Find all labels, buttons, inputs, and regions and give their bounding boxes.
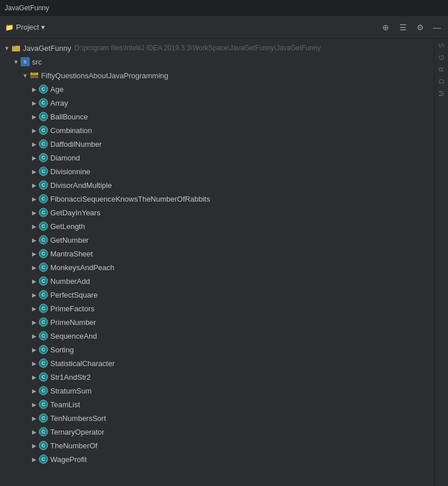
class-label: PerfectSquare xyxy=(50,291,98,299)
tree-item-class[interactable]: C StratumSum xyxy=(0,384,434,397)
tree-item-class[interactable]: C DivisorAndMultiple xyxy=(0,178,434,192)
tree-item-class[interactable]: C Combination xyxy=(0,123,434,137)
class-label: SequenceAnd xyxy=(50,332,97,340)
arrow-class xyxy=(30,249,39,258)
arrow-class xyxy=(30,400,39,409)
class-label: DaffodilNumber xyxy=(50,140,102,148)
arrow-class xyxy=(30,98,39,107)
class-label: PrimeFactors xyxy=(50,304,94,313)
arrow-class xyxy=(30,331,39,340)
toolbar: 📁 Project ▾ ⊕ ☰ ⚙ — xyxy=(0,16,448,39)
java-class-icon: C xyxy=(39,427,48,436)
toolbar-actions: ⊕ ☰ ⚙ — xyxy=(379,21,443,34)
tree-item-class[interactable]: C Diamond xyxy=(0,151,434,164)
tree-item-class[interactable]: C DaffodilNumber xyxy=(0,137,434,151)
java-class-icon: C xyxy=(39,386,48,395)
tree-item-class[interactable]: C GetNumber xyxy=(0,233,434,247)
tree-item-class[interactable]: C TernaryOperator xyxy=(0,425,434,439)
tree-item-root[interactable]: JavaGetFunny D:\program files\IntelliJ I… xyxy=(0,41,434,55)
tree-item-class[interactable]: C PrimeNumber xyxy=(0,315,434,329)
right-panel-d: D xyxy=(438,79,446,84)
java-class-icon: C xyxy=(39,180,48,190)
arrow-src xyxy=(11,57,21,66)
src-icon: S xyxy=(21,57,30,66)
project-panel[interactable]: JavaGetFunny D:\program files\IntelliJ I… xyxy=(0,39,434,486)
lines-button[interactable]: ☰ xyxy=(397,21,409,34)
java-class-icon: C xyxy=(39,139,48,148)
arrow-class xyxy=(30,235,39,244)
class-label: Sorting xyxy=(50,346,74,354)
tree-item-class[interactable]: C StatisticalCharacter xyxy=(0,356,434,370)
java-class-icon: C xyxy=(39,441,48,450)
package-label: FiftyQuestionsAboutJavaProgramming xyxy=(41,71,169,80)
arrow-class xyxy=(30,372,39,381)
app-title: JavaGetFunny xyxy=(5,4,49,12)
project-label-container[interactable]: 📁 Project ▾ xyxy=(5,23,45,32)
arrow-class xyxy=(30,318,39,327)
arrow-class xyxy=(30,208,39,217)
java-class-icon: C xyxy=(39,222,48,231)
tree-item-class[interactable]: C BallBounce xyxy=(0,110,434,123)
java-class-icon: C xyxy=(39,235,48,244)
tree-item-class[interactable]: C SequenceAnd xyxy=(0,329,434,343)
tree-item-class[interactable]: C Array xyxy=(0,96,434,110)
project-folder-icon: 📁 xyxy=(5,23,14,32)
class-label: PrimeNumber xyxy=(50,318,96,327)
java-class-icon: C xyxy=(39,345,48,354)
java-class-icon: C xyxy=(39,98,48,107)
java-class-icon: C xyxy=(39,290,48,299)
java-class-icon: C xyxy=(39,359,48,368)
tree-item-class[interactable]: C Sorting xyxy=(0,343,434,356)
tree-item-class[interactable]: C MantraSheet xyxy=(0,247,434,260)
tree-item-class[interactable]: C TheNumberOf xyxy=(0,439,434,452)
globe-button[interactable]: ⊕ xyxy=(379,21,392,34)
right-panel-r: R xyxy=(438,67,446,72)
arrow-class xyxy=(30,263,39,272)
tree-item-class[interactable]: C PerfectSquare xyxy=(0,288,434,302)
java-class-icon: C xyxy=(39,194,48,203)
tree-item-class[interactable]: C PrimeFactors xyxy=(0,302,434,315)
root-folder-icon xyxy=(11,43,21,53)
tree-item-class[interactable]: C GetLength xyxy=(0,219,434,233)
java-class-icon: C xyxy=(39,276,48,286)
class-label: DivisorAndMultiple xyxy=(50,181,112,190)
svg-rect-4 xyxy=(32,73,37,74)
svg-rect-1 xyxy=(12,46,16,47)
tree-item-class[interactable]: C Age xyxy=(0,82,434,96)
class-label: GetDayInYears xyxy=(50,208,101,217)
arrow-class xyxy=(30,386,39,395)
tree-item-class[interactable]: C MonkeysAndPeach xyxy=(0,260,434,274)
java-class-icon: C xyxy=(39,153,48,162)
tree-item-src[interactable]: S src xyxy=(0,55,434,69)
arrow-class xyxy=(30,304,39,313)
class-label: MantraSheet xyxy=(50,250,93,258)
arrow-class xyxy=(30,427,39,436)
class-label: BallBounce xyxy=(50,113,88,121)
class-label: FibonacciSequenceKnowsTheNumberOfRabbits xyxy=(50,195,210,203)
class-list: C Age C Array C BallBounce C Combination… xyxy=(0,82,434,466)
tree-item-class[interactable]: C Divisionnine xyxy=(0,164,434,178)
class-label: TenNumbersSort xyxy=(50,414,106,423)
class-label: TheNumberOf xyxy=(50,441,97,450)
arrow-class xyxy=(30,112,39,121)
arrow-class xyxy=(30,359,39,368)
project-label: Project xyxy=(16,23,39,31)
tree-item-class[interactable]: C TenNumbersSort xyxy=(0,411,434,425)
tree-item-class[interactable]: C Str1AndStr2 xyxy=(0,370,434,384)
dropdown-arrow: ▾ xyxy=(41,23,45,31)
tree-item-class[interactable]: C WageProfit xyxy=(0,452,434,466)
java-class-icon: C xyxy=(39,400,48,409)
arrow-class xyxy=(30,413,39,423)
root-path: D:\program files\IntelliJ IDEA 2019.3.3\… xyxy=(75,44,321,52)
tree-item-class[interactable]: C FibonacciSequenceKnowsTheNumberOfRabbi… xyxy=(0,192,434,206)
java-class-icon: C xyxy=(39,85,48,94)
class-label: Divisionnine xyxy=(50,167,90,176)
arrow-class xyxy=(30,153,39,162)
settings-button[interactable]: ⚙ xyxy=(414,21,426,34)
tree-item-class[interactable]: C GetDayInYears xyxy=(0,206,434,219)
tree-item-package[interactable]: FiftyQuestionsAboutJavaProgramming xyxy=(0,69,434,82)
tree-item-class[interactable]: C TeamList xyxy=(0,397,434,411)
java-class-icon: C xyxy=(39,372,48,381)
minimize-button[interactable]: — xyxy=(431,21,443,34)
tree-item-class[interactable]: C NumberAdd xyxy=(0,274,434,288)
